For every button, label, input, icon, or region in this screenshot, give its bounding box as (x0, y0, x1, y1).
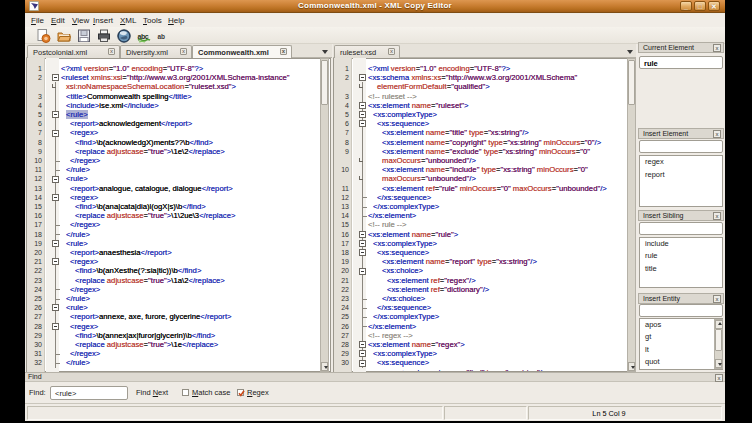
svg-text:ab: ab (158, 33, 166, 40)
svg-text:abc: abc (138, 33, 149, 40)
